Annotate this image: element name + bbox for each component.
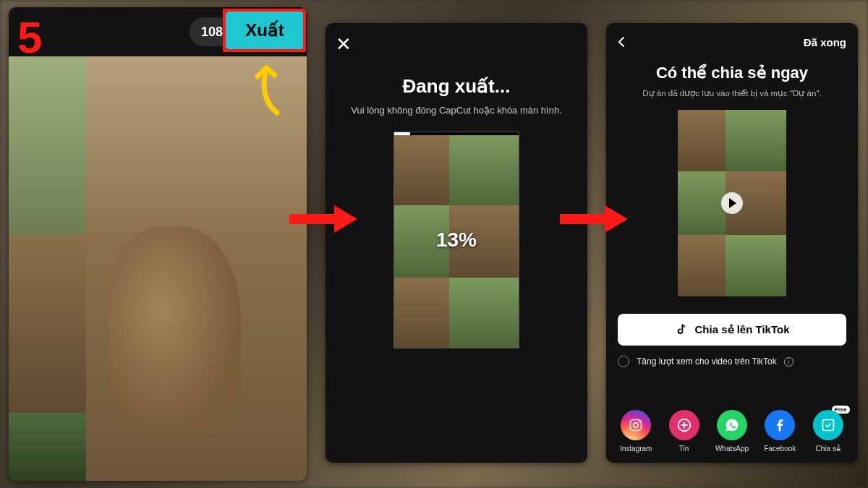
annotation-arrow-red-icon: [557, 201, 629, 237]
exporting-subtitle: Vui lòng không đóng CapCut hoặc khóa màn…: [326, 105, 587, 116]
info-icon[interactable]: i: [784, 357, 793, 367]
share-label: WhatsApp: [715, 445, 749, 453]
screen-2-exporting: ✕ Đang xuất... Vui lòng không đóng CapCu…: [326, 23, 587, 463]
boost-views-option[interactable]: Tăng lượt xem cho video trên TikTok i: [618, 356, 846, 367]
share-instagram-button[interactable]: Instagram: [616, 410, 656, 453]
share-thumbnail[interactable]: [678, 110, 786, 296]
boost-views-label: Tăng lượt xem cho video trên TikTok: [637, 356, 777, 367]
share-label: Tin: [679, 445, 689, 453]
preview-tile: [9, 235, 86, 414]
export-thumbnail: 13%: [393, 132, 519, 348]
share-tin-button[interactable]: Tin: [664, 410, 705, 453]
svg-point-5: [634, 423, 639, 428]
radio-icon: [618, 356, 629, 367]
share-tiktok-button[interactable]: Chia sẻ lên TikTok: [618, 314, 846, 346]
export-percent: 13%: [394, 228, 519, 252]
screen-3-share: Đã xong Có thể chia sẻ ngay Dự án đã đượ…: [606, 23, 858, 463]
share-subtitle: Dự án đã được lưu vào thiết bị và mục "D…: [606, 88, 858, 98]
share-options-row: Instagram Tin WhatsApp Facebook: [606, 410, 858, 453]
video-preview[interactable]: [9, 56, 307, 481]
annotation-arrow-red-icon: [286, 201, 359, 237]
facebook-icon: [765, 410, 795, 440]
done-button[interactable]: Đã xong: [804, 36, 846, 48]
exporting-title: Đang xuất...: [326, 75, 587, 98]
share-more-button[interactable]: Free Chia sẻ: [808, 410, 848, 453]
preview-tile: [9, 56, 86, 235]
share-icon: [813, 410, 843, 440]
play-icon[interactable]: [721, 192, 743, 214]
share-whatsapp-button[interactable]: WhatsApp: [712, 410, 752, 453]
share-title: Có thể chia sẻ ngay: [606, 64, 858, 82]
svg-marker-3: [605, 205, 628, 233]
share-tiktok-label: Chia sẻ lên TikTok: [695, 323, 790, 336]
preview-main: [86, 56, 307, 481]
instagram-icon: [621, 410, 651, 440]
step-number: 5: [17, 12, 42, 63]
close-button[interactable]: ✕: [336, 33, 352, 56]
svg-point-6: [639, 421, 640, 422]
svg-marker-1: [334, 205, 357, 233]
export-button-label: Xuất: [245, 20, 284, 40]
back-button[interactable]: [616, 35, 626, 51]
preview-tile: [9, 413, 86, 481]
svg-rect-8: [822, 420, 833, 431]
editor-header: 1080P Xuất: [9, 7, 307, 56]
tiktok-icon: [675, 323, 688, 336]
share-label: Chia sẻ: [816, 445, 841, 453]
share-label: Instagram: [620, 445, 652, 453]
annotation-arrow-yellow: [244, 55, 295, 120]
export-button[interactable]: Xuất: [226, 12, 304, 49]
tin-icon: [669, 410, 699, 440]
share-label: Facebook: [764, 445, 796, 453]
whatsapp-icon: [717, 410, 747, 440]
share-facebook-button[interactable]: Facebook: [760, 410, 800, 453]
tutorial-stage: 5 1080P Xuất ✕: [0, 0, 868, 488]
